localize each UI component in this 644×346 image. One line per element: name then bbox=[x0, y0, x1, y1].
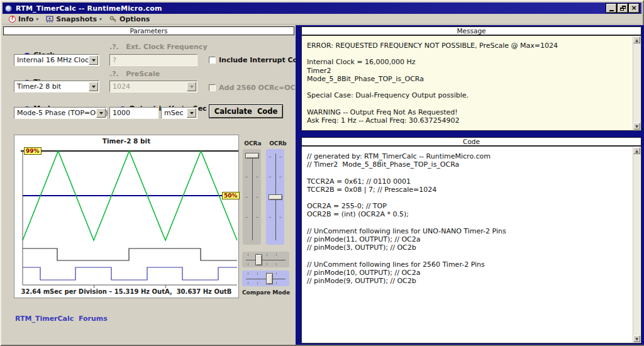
code-line: // pinMode(9, OUTPUT); // OC2b bbox=[307, 277, 636, 285]
chart-caption: 32.64 mSec per Division – 15.319 Hz OutA… bbox=[14, 288, 238, 295]
mode-select[interactable]: Mode-5 Phase (TOP=OCR) bbox=[14, 107, 107, 119]
message-line: Special Case: Dual-Frequency Output poss… bbox=[307, 91, 636, 99]
message-line: Ask Freq: 1 Hz -- Actual Freq: 30.637254… bbox=[307, 116, 636, 125]
restore-icon bbox=[620, 6, 626, 11]
clock-select[interactable]: Internal 16 MHz Clock bbox=[14, 54, 99, 66]
ocra-slider[interactable] bbox=[243, 149, 261, 245]
chevron-down-icon: ▾ bbox=[36, 16, 38, 22]
mode-select-value: Mode-5 Phase (TOP=OCR) bbox=[17, 109, 108, 117]
close-button[interactable]: × bbox=[629, 4, 639, 13]
ocra-slider-label: OCRa bbox=[242, 140, 264, 147]
menu-snapshots[interactable]: Snapshots ▾ bbox=[43, 14, 104, 24]
timer-select[interactable]: Timer-2 8 bit bbox=[14, 81, 99, 92]
compare-mode-label: Compare Mode bbox=[240, 289, 292, 296]
code-line: TCCR2B = 0x08 | 7; // Prescale=1024 bbox=[307, 186, 636, 194]
message-panel: ERROR: REQUESTED FREQUENCY NOT POSSIBLE,… bbox=[301, 35, 641, 131]
ext-clock-value: ? bbox=[113, 56, 116, 64]
scroll-up-icon[interactable]: ▲ bbox=[633, 147, 640, 154]
key-icon bbox=[109, 15, 117, 23]
clock-select-arrow[interactable] bbox=[89, 55, 98, 65]
code-line: // generated by: RTM_TimerCalc -- Runtim… bbox=[307, 152, 636, 160]
compare-slider-a-thumb[interactable] bbox=[255, 254, 262, 265]
menu-options[interactable]: Options bbox=[107, 14, 152, 24]
info-icon: ? bbox=[9, 16, 16, 23]
menu-info[interactable]: ? Info ▾ bbox=[6, 14, 41, 24]
restore-button[interactable] bbox=[618, 4, 628, 13]
checkbox-box[interactable] bbox=[209, 57, 216, 64]
code-line: // Timer2 Mode_5_8Bit_Phase_TOP_is_OCRa bbox=[307, 160, 636, 169]
minimize-icon bbox=[609, 10, 614, 11]
code-line: // pinMode(11, OUTPUT); // OC2a bbox=[307, 235, 636, 243]
minimize-button[interactable] bbox=[606, 4, 616, 13]
code-line bbox=[307, 252, 636, 260]
code-line: // pinMode(10, OUTPUT); // OC2a bbox=[307, 269, 636, 277]
output-value-input[interactable]: 1000 bbox=[109, 107, 158, 119]
code-line: OCR2B = (int) (OCR2A * 0.5); bbox=[307, 210, 636, 218]
code-line bbox=[307, 169, 636, 177]
slider-ticks bbox=[248, 254, 284, 256]
output-unit-arrow[interactable] bbox=[187, 108, 196, 118]
ocra-slider-thumb[interactable] bbox=[245, 153, 259, 159]
code-line bbox=[307, 194, 636, 202]
chevron-down-icon bbox=[190, 86, 194, 88]
ocrb-slider[interactable] bbox=[266, 149, 284, 245]
add-2560-checkbox: Add 2560 OCRc=OCRb bbox=[209, 84, 306, 92]
app-window: RTM_TimerCalc -- RuntimeMicro.com × ? In… bbox=[0, 0, 644, 346]
message-line: Timer2 bbox=[307, 67, 636, 75]
message-line: WARNING -- Output Freq Not As Requested! bbox=[307, 108, 636, 116]
clock-select-value: Internal 16 MHz Clock bbox=[17, 56, 92, 64]
compare-slider-a[interactable] bbox=[242, 252, 289, 267]
slider-rail bbox=[246, 260, 286, 260]
window-title: RTM_TimerCalc -- RuntimeMicro.com bbox=[16, 4, 162, 13]
include-interrupt-checkbox[interactable]: Include Interrupt Code bbox=[209, 56, 307, 64]
message-line bbox=[307, 83, 636, 91]
slider-rail bbox=[252, 153, 253, 240]
output-unit-value: mSec bbox=[164, 109, 184, 117]
slider-ticks bbox=[256, 157, 258, 237]
message-line bbox=[307, 50, 636, 58]
waveform-plot bbox=[14, 135, 240, 299]
chart-percent-label: 99% bbox=[24, 147, 42, 155]
scroll-down-icon[interactable]: ▼ bbox=[633, 123, 640, 130]
menu-bar: ? Info ▾ Snapshots ▾ Options bbox=[3, 14, 641, 25]
calculate-code-button[interactable]: Calculate Code bbox=[209, 104, 283, 118]
menu-info-label: Info bbox=[18, 15, 33, 23]
compare-slider-b-thumb[interactable] bbox=[266, 273, 273, 284]
code-panel: // generated by: RTM_TimerCalc -- Runtim… bbox=[301, 146, 641, 343]
ocrb-slider-thumb[interactable] bbox=[269, 194, 282, 200]
message-panel-header: Message bbox=[301, 26, 641, 35]
slider-ticks bbox=[245, 157, 248, 237]
compare-slider-b[interactable] bbox=[242, 271, 289, 286]
ext-clock-label: .?. Ext. Clock Frequency bbox=[109, 43, 208, 51]
scroll-up-icon[interactable]: ▲ bbox=[633, 36, 640, 43]
app-icon bbox=[5, 5, 12, 12]
chevron-down-icon bbox=[190, 112, 194, 114]
include-interrupt-label: Include Interrupt Code bbox=[219, 56, 307, 64]
ext-clock-input: ? bbox=[109, 54, 197, 66]
code-line: OCR2A = 255-0; // TOP bbox=[307, 202, 636, 210]
mode-select-arrow[interactable] bbox=[96, 108, 106, 118]
code-line: // UnComment following lines for UNO-NAN… bbox=[307, 227, 636, 235]
title-bar[interactable]: RTM_TimerCalc -- RuntimeMicro.com × bbox=[3, 3, 641, 14]
prescale-select-value: 1024 bbox=[113, 82, 130, 91]
message-scrollbar[interactable]: ▲ ▼ bbox=[633, 36, 640, 130]
timer-select-value: Timer-2 8 bit bbox=[17, 82, 61, 91]
prescale-select-arrow bbox=[187, 82, 196, 91]
chevron-down-icon bbox=[99, 112, 103, 114]
forums-link[interactable]: RTM_TimerCalc Forums bbox=[15, 315, 108, 323]
add-2560-label: Add 2560 OCRc=OCRb bbox=[219, 84, 306, 92]
code-line: // pinMode(3, OUTPUT); // OC2b bbox=[307, 243, 636, 252]
menu-options-label: Options bbox=[119, 15, 150, 23]
message-line: ERROR: REQUESTED FREQUENCY NOT POSSIBLE,… bbox=[307, 42, 636, 50]
prescale-select: 1024 bbox=[109, 81, 197, 92]
scroll-down-icon[interactable]: ▼ bbox=[633, 335, 640, 342]
timer-select-arrow[interactable] bbox=[89, 82, 98, 91]
output-unit-select[interactable]: mSec bbox=[161, 107, 197, 119]
ocrb-slider-label: OCRb bbox=[267, 140, 289, 147]
code-scrollbar[interactable]: ▲ ▼ bbox=[633, 147, 640, 342]
chart-percent-label: 50% bbox=[222, 192, 240, 199]
code-line bbox=[307, 219, 636, 227]
chevron-down-icon bbox=[92, 59, 96, 62]
message-line bbox=[307, 99, 636, 108]
outb-square-wave bbox=[23, 267, 237, 280]
